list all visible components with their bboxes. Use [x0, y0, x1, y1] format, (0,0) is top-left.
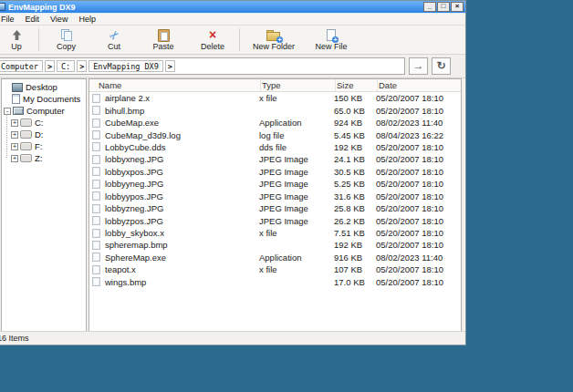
menu-view[interactable]: View: [45, 14, 73, 25]
table-row[interactable]: CubeMap_d3d9.loglog file5.45 KB08/04/202…: [89, 129, 461, 140]
breadcrumb-c-drive[interactable]: C:: [57, 60, 75, 72]
close-button[interactable]: ×: [451, 2, 464, 12]
tree-item-computer[interactable]: -Computer: [2, 105, 86, 117]
expand-icon[interactable]: +: [11, 143, 18, 150]
table-row[interactable]: wings.bmp17.0 KB05/20/2007 18:10: [89, 276, 461, 288]
cut-icon: ✂: [106, 26, 122, 43]
plus-badge-icon: [332, 36, 339, 43]
file-type: log file: [259, 130, 334, 140]
expand-icon[interactable]: +: [11, 155, 18, 162]
table-row[interactable]: SphereMap.exeApplication916 KB08/02/2023…: [89, 252, 461, 263]
tree-item-f[interactable]: +F:: [2, 140, 86, 152]
column-header-date[interactable]: Date: [378, 79, 461, 91]
table-row[interactable]: lobbyxneg.JPGJPEG Image24.1 KB05/20/2007…: [89, 153, 461, 165]
expand-icon[interactable]: +: [11, 131, 18, 139]
file-name: wings.bmp: [105, 277, 259, 287]
new-file-button[interactable]: New File: [305, 26, 358, 54]
table-row[interactable]: bihull.bmp65.0 KB05/20/2007 18:10: [89, 104, 461, 116]
chevron-right-icon[interactable]: >: [45, 60, 55, 72]
title-bar[interactable]: EnvMapping DX9 _ □ ×: [0, 1, 465, 14]
file-name: teapot.x: [105, 264, 259, 274]
breadcrumb-computer[interactable]: Computer: [0, 60, 43, 72]
copy-button[interactable]: Copy: [42, 26, 90, 54]
file-icon: [92, 191, 100, 201]
paste-button-label: Paste: [152, 42, 173, 51]
table-row[interactable]: spheremap.bmp192 KB05/20/2007 18:10: [89, 239, 461, 251]
file-size: 24.1 KB: [334, 154, 376, 164]
file-icon: [92, 216, 100, 225]
file-date: 08/04/2023 16:22: [376, 130, 461, 140]
file-type: x file: [259, 228, 334, 238]
menu-help[interactable]: Help: [73, 14, 101, 25]
table-row[interactable]: lobby_skybox.xx file7.51 KB05/20/2007 18…: [89, 227, 461, 239]
file-size: 5.25 KB: [334, 179, 376, 189]
file-size: 5.45 KB: [334, 130, 376, 140]
file-type: Application: [259, 118, 334, 128]
paste-icon: [158, 29, 170, 41]
file-name: CubeMap_d3d9.log: [105, 130, 259, 140]
file-date: 05/20/2007 18:10: [376, 154, 461, 164]
table-row[interactable]: airplane 2.xx file150 KB05/20/2007 18:10: [89, 92, 461, 104]
delete-button[interactable]: × Delete: [189, 26, 236, 54]
file-date: 08/02/2023 11:40: [376, 118, 461, 128]
minimize-button[interactable]: _: [423, 2, 436, 12]
file-date: 05/20/2007 18:10: [376, 93, 461, 103]
table-row[interactable]: teapot.xx file107 KB05/20/2007 18:10: [89, 263, 461, 275]
file-type: JPEG Image: [259, 216, 334, 226]
maximize-button[interactable]: □: [437, 2, 450, 12]
tree-item-c[interactable]: +C:: [2, 117, 86, 129]
file-icon: [92, 119, 100, 128]
app-icon: [0, 3, 5, 11]
column-header-name[interactable]: Name: [89, 79, 261, 91]
go-button[interactable]: →: [409, 57, 428, 75]
table-row[interactable]: LobbyCube.ddsdds file192 KB05/20/2007 18…: [89, 141, 461, 153]
menu-edit[interactable]: Edit: [20, 14, 46, 25]
up-button[interactable]: Up: [0, 26, 36, 54]
new-folder-button[interactable]: New Folder: [243, 26, 305, 54]
file-name: lobbyzpos.JPG: [105, 216, 259, 226]
expand-icon[interactable]: +: [11, 119, 18, 127]
folder-tree-pane[interactable]: DesktopMy Documents-Computer+C:+D:+F:+Z:: [1, 78, 87, 332]
paste-button[interactable]: Paste: [138, 26, 189, 54]
file-size: 150 KB: [334, 93, 376, 103]
table-row[interactable]: CubeMap.exeApplication924 KB08/02/2023 1…: [89, 117, 461, 129]
breadcrumb-envmapping-dx9[interactable]: EnvMapping DX9: [89, 60, 163, 72]
collapse-icon[interactable]: -: [4, 108, 11, 115]
breadcrumb[interactable]: Computer > C: > EnvMapping DX9 >: [0, 57, 405, 75]
file-size: 7.51 KB: [334, 228, 376, 238]
drive-icon: [20, 130, 32, 139]
file-list-pane[interactable]: Name Type Size Date airplane 2.xx file15…: [89, 78, 462, 332]
file-name: CubeMap.exe: [105, 118, 259, 128]
tree-item-z[interactable]: +Z:: [2, 152, 86, 164]
file-type: Application: [259, 253, 334, 263]
cut-button[interactable]: ✂ Cut: [90, 26, 138, 54]
file-icon: [92, 204, 100, 213]
file-icon: [92, 265, 100, 274]
column-header-type[interactable]: Type: [261, 79, 336, 91]
table-row[interactable]: lobbyyneg.JPGJPEG Image5.25 KB05/20/2007…: [89, 178, 461, 190]
table-row[interactable]: lobbyzneg.JPGJPEG Image25.8 KB05/20/2007…: [89, 202, 461, 214]
chevron-right-icon[interactable]: >: [77, 60, 87, 72]
go-arrow-icon: →: [413, 59, 424, 72]
chevron-right-icon[interactable]: >: [165, 60, 175, 72]
file-icon: [92, 142, 100, 151]
tree-item-d[interactable]: +D:: [2, 129, 86, 140]
file-size: 30.5 KB: [334, 167, 376, 177]
tree-item-label: Z:: [35, 153, 42, 163]
file-icon: [92, 130, 100, 139]
table-row[interactable]: lobbyzpos.JPGJPEG Image26.2 KB05/20/2007…: [89, 214, 461, 226]
file-icon: [92, 253, 100, 262]
file-size: 107 KB: [334, 264, 376, 274]
file-name: lobbyxpos.JPG: [105, 167, 259, 177]
table-row[interactable]: lobbyypos.JPGJPEG Image31.6 KB05/20/2007…: [89, 191, 461, 202]
tree-item-my-documents[interactable]: My Documents: [2, 93, 86, 105]
menu-file[interactable]: File: [0, 14, 20, 25]
column-header-size[interactable]: Size: [336, 79, 378, 91]
up-arrow-icon: [11, 28, 23, 41]
file-name: spheremap.bmp: [105, 240, 259, 250]
table-row[interactable]: lobbyxpos.JPGJPEG Image30.5 KB05/20/2007…: [89, 166, 461, 178]
tree-item-desktop[interactable]: Desktop: [2, 81, 86, 93]
refresh-button[interactable]: ↻: [432, 57, 451, 75]
file-date: 05/20/2007 18:10: [376, 216, 461, 226]
tree-item-label: Desktop: [26, 82, 57, 92]
